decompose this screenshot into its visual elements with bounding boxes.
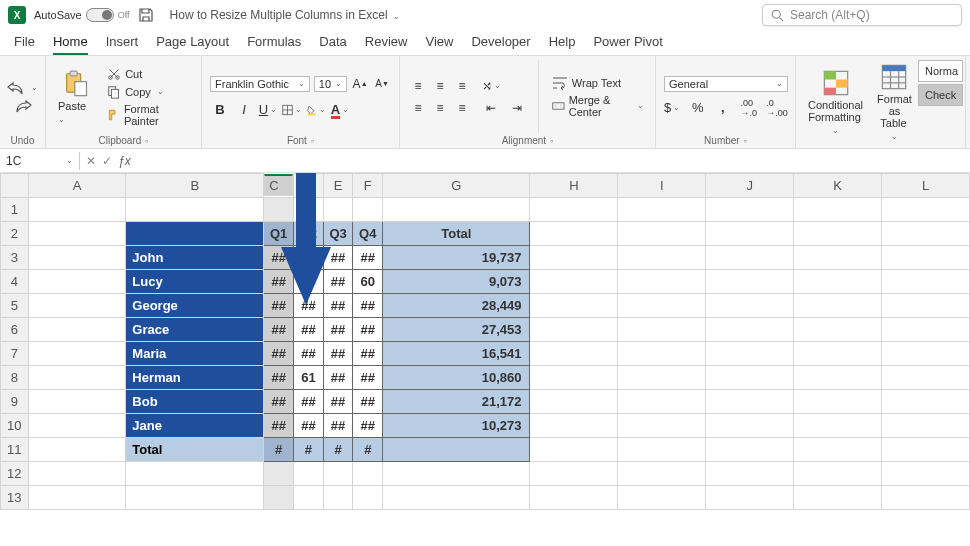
cell-D6[interactable]: ## xyxy=(294,318,324,342)
tab-insert[interactable]: Insert xyxy=(106,34,139,55)
cell-B12[interactable] xyxy=(126,462,264,486)
cell-A7[interactable] xyxy=(28,342,126,366)
col-header-E[interactable]: E xyxy=(323,174,353,198)
align-top-right[interactable]: ≡ xyxy=(452,76,472,96)
merge-center-button[interactable]: Merge & Center ⌄ xyxy=(549,93,647,119)
cell-D4[interactable]: ## xyxy=(294,270,324,294)
tab-home[interactable]: Home xyxy=(53,34,88,55)
cell-I12[interactable] xyxy=(618,462,706,486)
cell-F2[interactable]: Q4 xyxy=(353,222,383,246)
cell-K12[interactable] xyxy=(794,462,882,486)
cell-J3[interactable] xyxy=(706,246,794,270)
cell-F1[interactable] xyxy=(353,198,383,222)
row-header-12[interactable]: 12 xyxy=(1,462,29,486)
cell-L7[interactable] xyxy=(882,342,970,366)
align-bottom-center[interactable]: ≡ xyxy=(430,98,450,118)
cell-F13[interactable] xyxy=(353,486,383,510)
cell-G10[interactable]: 10,273 xyxy=(383,414,530,438)
decrease-decimal[interactable]: .0→.00 xyxy=(767,98,787,118)
cell-I2[interactable] xyxy=(618,222,706,246)
cell-K4[interactable] xyxy=(794,270,882,294)
orientation-button[interactable]: ⤭⌄ xyxy=(480,76,502,96)
cell-H5[interactable] xyxy=(530,294,618,318)
cell-I1[interactable] xyxy=(618,198,706,222)
col-header-H[interactable]: H xyxy=(530,174,618,198)
cell-K8[interactable] xyxy=(794,366,882,390)
row-header-6[interactable]: 6 xyxy=(1,318,29,342)
col-header-I[interactable]: I xyxy=(618,174,706,198)
enter-formula-icon[interactable]: ✓ xyxy=(102,154,112,168)
accounting-format[interactable]: $⌄ xyxy=(664,98,680,118)
tab-view[interactable]: View xyxy=(425,34,453,55)
cell-K11[interactable] xyxy=(794,438,882,462)
cell-J4[interactable] xyxy=(706,270,794,294)
cell-B5[interactable]: George xyxy=(126,294,264,318)
toggle-switch[interactable] xyxy=(86,8,114,22)
cell-H1[interactable] xyxy=(530,198,618,222)
tab-file[interactable]: File xyxy=(14,34,35,55)
cell-H13[interactable] xyxy=(530,486,618,510)
cell-L6[interactable] xyxy=(882,318,970,342)
cell-G1[interactable] xyxy=(383,198,530,222)
col-header-G[interactable]: G xyxy=(383,174,530,198)
paste-button[interactable]: Paste ⌄ xyxy=(54,60,98,133)
cell-A1[interactable] xyxy=(28,198,126,222)
row-header-13[interactable]: 13 xyxy=(1,486,29,510)
redo-button[interactable] xyxy=(11,98,35,114)
percent-format[interactable]: % xyxy=(690,98,705,118)
col-header-K[interactable]: K xyxy=(794,174,882,198)
cell-F10[interactable]: ## xyxy=(353,414,383,438)
cell-E11[interactable]: # xyxy=(323,438,353,462)
row-header-11[interactable]: 11 xyxy=(1,438,29,462)
cell-A2[interactable] xyxy=(28,222,126,246)
tab-developer[interactable]: Developer xyxy=(471,34,530,55)
cell-J8[interactable] xyxy=(706,366,794,390)
cell-H6[interactable] xyxy=(530,318,618,342)
align-bottom-right[interactable]: ≡ xyxy=(452,98,472,118)
cell-L5[interactable] xyxy=(882,294,970,318)
cell-H7[interactable] xyxy=(530,342,618,366)
align-bottom-left[interactable]: ≡ xyxy=(408,98,428,118)
cell-A4[interactable] xyxy=(28,270,126,294)
italic-button[interactable]: I xyxy=(234,100,254,120)
formula-input[interactable] xyxy=(137,152,970,170)
tab-page-layout[interactable]: Page Layout xyxy=(156,34,229,55)
cell-H4[interactable] xyxy=(530,270,618,294)
cell-L1[interactable] xyxy=(882,198,970,222)
row-header-5[interactable]: 5 xyxy=(1,294,29,318)
cell-G4[interactable]: 9,073 xyxy=(383,270,530,294)
cell-C4[interactable]: ## xyxy=(264,270,294,294)
cell-B8[interactable]: Herman xyxy=(126,366,264,390)
align-top-center[interactable]: ≡ xyxy=(430,76,450,96)
row-header-3[interactable]: 3 xyxy=(1,246,29,270)
cell-A8[interactable] xyxy=(28,366,126,390)
increase-indent[interactable]: ⇥ xyxy=(506,98,528,118)
cell-B4[interactable]: Lucy xyxy=(126,270,264,294)
cell-F4[interactable]: 60 xyxy=(353,270,383,294)
cell-E4[interactable]: ## xyxy=(323,270,353,294)
cell-I8[interactable] xyxy=(618,366,706,390)
cell-F5[interactable]: ## xyxy=(353,294,383,318)
undo-button[interactable]: ⌄ xyxy=(4,80,41,96)
cell-L4[interactable] xyxy=(882,270,970,294)
select-all-corner[interactable] xyxy=(1,174,29,198)
cell-H9[interactable] xyxy=(530,390,618,414)
cell-D10[interactable]: ## xyxy=(294,414,324,438)
increase-decimal[interactable]: .00→.0 xyxy=(740,98,757,118)
cell-D1[interactable] xyxy=(294,198,324,222)
cell-D8[interactable]: 61 xyxy=(294,366,324,390)
cell-L13[interactable] xyxy=(882,486,970,510)
cell-J7[interactable] xyxy=(706,342,794,366)
cell-C5[interactable]: ## xyxy=(264,294,294,318)
cell-C11[interactable]: # xyxy=(264,438,294,462)
cell-B10[interactable]: Jane xyxy=(126,414,264,438)
cell-C7[interactable]: ## xyxy=(264,342,294,366)
font-name-select[interactable]: Franklin Gothic⌄ xyxy=(210,76,310,92)
cell-F6[interactable]: ## xyxy=(353,318,383,342)
cell-I6[interactable] xyxy=(618,318,706,342)
wrap-text-button[interactable]: Wrap Text xyxy=(549,75,647,91)
cell-L11[interactable] xyxy=(882,438,970,462)
cell-F8[interactable]: ## xyxy=(353,366,383,390)
cell-J11[interactable] xyxy=(706,438,794,462)
cell-G7[interactable]: 16,541 xyxy=(383,342,530,366)
